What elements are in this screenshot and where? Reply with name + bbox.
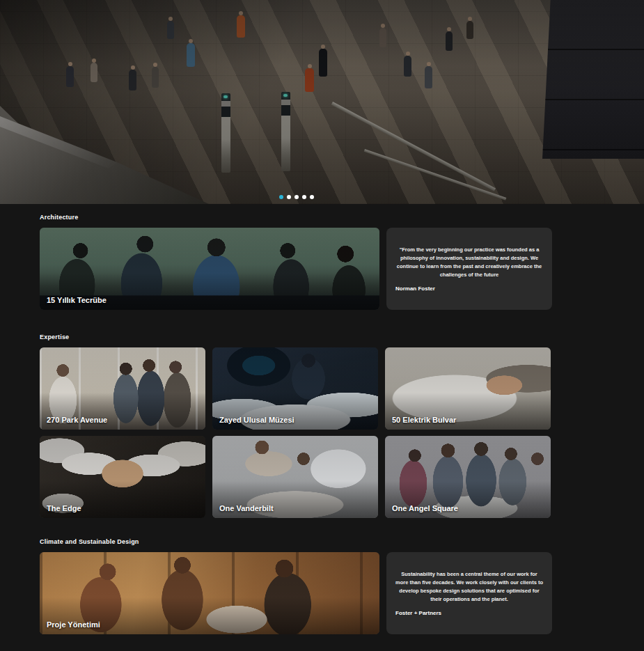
card-15-yillik-tecrube[interactable]: 15 Yıllık Tecrübe	[40, 228, 379, 310]
card-title: One Vanderbilt	[219, 504, 274, 512]
card-title: The Edge	[47, 504, 81, 512]
card-title: One Angel Square	[392, 504, 458, 512]
card-title: 270 Park Avenue	[47, 416, 107, 424]
quote-card-foster-partners: Sustainability has been a central theme …	[386, 552, 552, 634]
hero-carousel[interactable]	[0, 0, 644, 204]
architecture-row: 15 Yıllık Tecrübe "From the very beginni…	[40, 228, 553, 310]
section-title-architecture: Architecture	[40, 214, 553, 221]
card-one-angel-square[interactable]: One Angel Square	[385, 436, 551, 518]
climate-row: Proje Yönetimi Sustainability has been a…	[40, 552, 553, 634]
expertise-grid: 270 Park Avenue Zayed Ulusal Müzesi 50 E…	[40, 347, 553, 518]
card-zayed-ulusal-muzesi[interactable]: Zayed Ulusal Müzesi	[212, 347, 378, 430]
carousel-dot-1-active[interactable]	[279, 195, 283, 199]
card-the-edge[interactable]: The Edge	[40, 436, 205, 518]
card-one-vanderbilt[interactable]: One Vanderbilt	[212, 436, 378, 518]
quote-attribution: Foster + Partners	[395, 610, 543, 616]
carousel-dots	[279, 195, 314, 199]
page-content: Architecture 15 Yıllık Tecrübe "From the…	[40, 214, 553, 634]
section-title-climate: Climate and Sustainable Design	[40, 538, 553, 545]
card-proje-yonetimi[interactable]: Proje Yönetimi	[40, 552, 379, 634]
card-50-elektrik-bulvar[interactable]: 50 Elektrik Bulvar	[385, 347, 551, 430]
quote-text: Sustainability has been a central theme …	[395, 570, 543, 604]
card-title: 15 Yıllık Tecrübe	[47, 296, 107, 304]
quote-card-norman-foster: "From the very beginning our practice wa…	[386, 228, 552, 310]
quote-text: "From the very beginning our practice wa…	[395, 246, 543, 279]
card-title: Zayed Ulusal Müzesi	[219, 416, 294, 424]
page: Architecture 15 Yıllık Tecrübe "From the…	[0, 0, 644, 634]
card-title: 50 Elektrik Bulvar	[392, 416, 456, 424]
carousel-dot-3[interactable]	[294, 195, 299, 199]
carousel-dot-5[interactable]	[310, 195, 314, 199]
carousel-dot-4[interactable]	[302, 195, 306, 199]
hero-dim-overlay	[0, 0, 644, 204]
section-title-expertise: Expertise	[40, 334, 553, 340]
card-270-park-avenue[interactable]: 270 Park Avenue	[40, 347, 205, 430]
quote-attribution: Norman Foster	[395, 285, 543, 292]
carousel-dot-2[interactable]	[287, 195, 291, 199]
card-title: Proje Yönetimi	[47, 620, 100, 629]
